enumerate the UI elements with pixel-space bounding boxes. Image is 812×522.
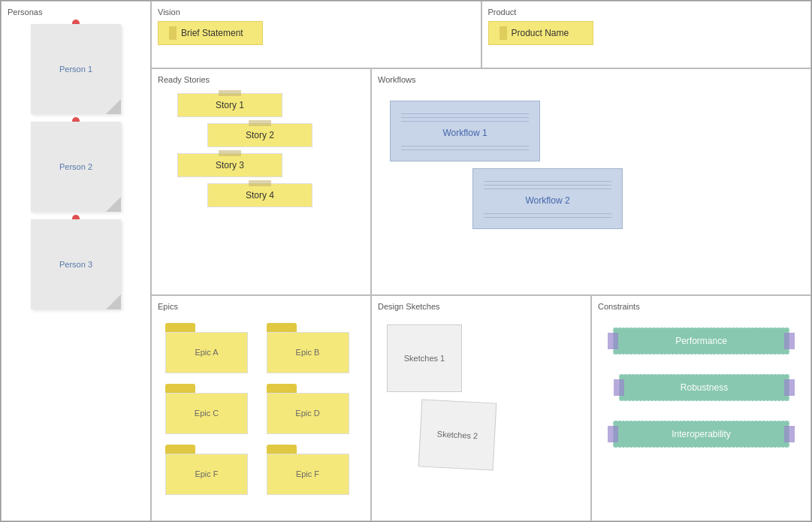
constraint-robustness: Robustness (619, 374, 789, 401)
epic-f1: Epic F (165, 445, 248, 495)
epic-c-tab (165, 384, 195, 393)
epic-d: Epic D (267, 384, 349, 434)
sketch-1-name: Sketches 1 (404, 354, 445, 363)
constraints-label: Constraints (598, 302, 804, 311)
story-4-name: Story 4 (246, 190, 274, 201)
epic-d-label: Epic D (295, 409, 319, 418)
persona-note-1: Person 1 (31, 24, 121, 114)
tape-interop-right (784, 426, 795, 442)
vision-section: Vision Brief Statement (151, 1, 481, 68)
epic-c-label: Epic C (195, 409, 219, 418)
tape-interop-left (608, 426, 618, 442)
persona-1-name: Person 1 (59, 65, 92, 74)
bottom-sections: Ready Stories Story 1 Story 2 Story 3 St… (151, 68, 811, 521)
epic-f1-body: Epic F (165, 454, 248, 495)
workflows-container: Workflow 1 Workflow 2 (378, 89, 804, 284)
tape-robust-right (784, 379, 795, 396)
epic-b-tab (267, 323, 297, 332)
epics-section: Epics Epic A Epic B (151, 295, 371, 522)
story-4-card: Story 4 (207, 183, 312, 207)
constraint-interop: Interoperability (613, 421, 789, 448)
sketches-container: Sketches 1 Sketches 2 (378, 315, 584, 478)
epic-f1-label: Epic F (195, 469, 218, 478)
epic-c-body: Epic C (165, 393, 248, 434)
constraint-robustness-label: Robustness (681, 382, 728, 393)
tape-product (500, 26, 507, 40)
tape-robust-left (614, 379, 624, 396)
epic-f1-tab (165, 445, 195, 454)
vision-statement-card: Brief Statement (158, 21, 263, 45)
top-sections: Vision Brief Statement Product Product N… (151, 1, 811, 68)
design-sketches-label: Design Sketches (378, 302, 584, 311)
epic-a-label: Epic A (195, 348, 218, 357)
workflow-2-label: Workflow 2 (484, 192, 611, 209)
tape-perf-left (608, 333, 618, 349)
wf1-lines-b (401, 146, 529, 150)
product-label: Product (488, 8, 805, 17)
constraint-interop-label: Interoperability (672, 429, 731, 439)
persona-2-name: Person 2 (59, 162, 92, 171)
epic-d-body: Epic D (267, 393, 349, 434)
epic-b: Epic B (267, 323, 349, 373)
epic-a-tab (165, 323, 195, 332)
persona-3-name: Person 3 (59, 260, 92, 269)
tape-vision (169, 26, 177, 40)
stories-container: Story 1 Story 2 Story 3 Story 4 (158, 89, 364, 212)
constraints-container: Performance Robustness Interoperability (598, 315, 804, 460)
epic-a: Epic A (165, 323, 248, 373)
story-2-name: Story 2 (246, 130, 274, 140)
workflows-label: Workflows (378, 75, 804, 84)
wf2-lines (484, 181, 611, 189)
persona-note-3: Person 3 (31, 219, 121, 309)
story-3-name: Story 3 (216, 160, 244, 170)
main-layout: Personas Person 1 Person 2 (0, 0, 812, 522)
epic-f2-tab (267, 445, 297, 454)
persona-2: Person 2 (31, 122, 121, 212)
story-3-card: Story 3 (177, 153, 282, 177)
persona-3: Person 3 (31, 219, 121, 309)
epic-d-tab (267, 384, 297, 393)
design-sketches-section: Design Sketches Sketches 1 Sketches 2 (371, 295, 591, 522)
epic-b-label: Epic B (296, 348, 320, 357)
workflow-1-card: Workflow 1 (390, 101, 540, 161)
constraints-section: Constraints Performance Robustness I (591, 295, 811, 522)
workflow-1-label: Workflow 1 (401, 125, 529, 141)
constraint-performance: Performance (613, 327, 789, 355)
sketch-2-card: Sketches 2 (418, 399, 497, 470)
vision-statement-text: Brief Statement (181, 28, 243, 38)
persona-1: Person 1 (31, 24, 121, 114)
wf2-lines-b (484, 213, 611, 218)
sketch-1-card: Sketches 1 (387, 324, 462, 392)
personas-label: Personas (8, 8, 144, 17)
personas-section: Personas Person 1 Person 2 (1, 1, 151, 521)
epic-f2-label: Epic F (296, 469, 319, 478)
wf1-lines (401, 113, 529, 122)
epics-label: Epics (158, 302, 364, 311)
product-name-card: Product Name (488, 21, 593, 45)
epics-grid: Epic A Epic B Epic C (158, 315, 364, 502)
epic-a-body: Epic A (165, 332, 248, 373)
persona-note-2: Person 2 (31, 122, 121, 212)
vision-label: Vision (158, 8, 475, 17)
product-section: Product Product Name (481, 1, 812, 68)
epic-c: Epic C (165, 384, 248, 434)
ready-stories-section: Ready Stories Story 1 Story 2 Story 3 St… (151, 68, 371, 295)
epic-f2: Epic F (267, 445, 349, 495)
ready-stories-label: Ready Stories (158, 75, 364, 84)
story-2-card: Story 2 (207, 123, 312, 147)
epic-b-body: Epic B (267, 332, 349, 373)
story-1-name: Story 1 (216, 100, 244, 110)
workflows-section: Workflows Workflow 1 Wo (371, 68, 811, 295)
story-1-card: Story 1 (177, 93, 282, 117)
tape-perf-right (784, 333, 795, 349)
product-name-text: Product Name (512, 28, 569, 38)
sketch-2-name: Sketches 2 (437, 429, 478, 440)
workflow-2-card: Workflow 2 (472, 168, 623, 229)
epic-f2-body: Epic F (267, 454, 349, 495)
constraint-performance-label: Performance (675, 336, 727, 346)
